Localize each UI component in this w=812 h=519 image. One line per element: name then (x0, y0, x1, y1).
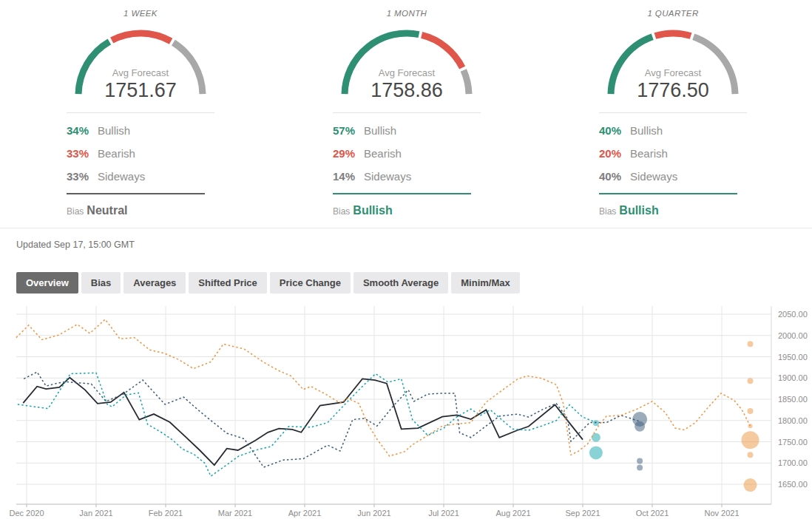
forecast-dot (748, 341, 754, 347)
gauge-1-quarter: Avg Forecast 1776.50 (603, 24, 743, 102)
bearish-pct: 20% (599, 147, 630, 160)
forecast-dot (748, 378, 754, 384)
sideways-row: 14%Sideways (333, 165, 481, 188)
svg-text:1750.00: 1750.00 (778, 438, 808, 447)
svg-text:Jul 2021: Jul 2021 (428, 509, 459, 518)
forecast-dot (589, 446, 603, 459)
bearish-row: 29%Bearish (333, 142, 481, 165)
bullish-row: 34%Bullish (67, 119, 214, 142)
bearish-row: 20%Bearish (599, 142, 747, 165)
svg-text:Apr 2021: Apr 2021 (288, 509, 322, 518)
svg-text:Mar 2021: Mar 2021 (218, 509, 252, 518)
bearish-pct: 33% (67, 147, 98, 160)
svg-text:2000.00: 2000.00 (778, 331, 808, 340)
sideways-row: 33%Sideways (67, 165, 214, 188)
svg-text:Feb 2021: Feb 2021 (149, 509, 183, 518)
forecast-dot (744, 478, 757, 492)
forecast-dot (637, 458, 643, 464)
panel-title: 1 MONTH (333, 9, 481, 18)
svg-text:Jun 2021: Jun 2021 (357, 509, 390, 518)
sideways-label: Sideways (364, 170, 411, 183)
bearish-label: Bearish (364, 147, 402, 160)
bias-underline (67, 193, 205, 194)
tab-smooth-average[interactable]: Smooth Average (353, 272, 448, 294)
sideways-pct: 40% (599, 170, 630, 183)
gauge-1-month: Avg Forecast 1758.86 (336, 24, 477, 102)
series-1-month (24, 372, 640, 467)
forecast-panel-1-week: 1 WEEK Avg Forecast 1751.67 34%Bullish 3… (67, 9, 214, 217)
forecast-chart[interactable]: 2050.002000.001950.001900.001850.001800.… (0, 305, 812, 519)
svg-text:1950.00: 1950.00 (778, 353, 808, 362)
bias-value: Bullish (353, 204, 392, 217)
bearish-row: 33%Bearish (67, 142, 214, 165)
sideways-pct: 33% (67, 170, 98, 183)
svg-text:2050.00: 2050.00 (778, 310, 808, 319)
panel-title: 1 WEEK (67, 9, 214, 18)
forecast-dot (748, 424, 753, 428)
bullish-pct: 34% (67, 124, 98, 137)
forecast-dot (742, 431, 759, 449)
forecast-dot (637, 465, 643, 471)
svg-text:Nov 2021: Nov 2021 (704, 509, 739, 518)
svg-text:Dec 2020: Dec 2020 (9, 509, 44, 518)
bullish-row: 40%Bullish (599, 119, 747, 142)
forecast-panel-1-quarter: 1 QUARTER Avg Forecast 1776.50 40%Bullis… (599, 9, 747, 217)
sideways-pct: 14% (333, 170, 364, 183)
tab-overview[interactable]: Overview (16, 272, 78, 294)
bullish-pct: 40% (599, 124, 630, 137)
section-divider (0, 228, 812, 228)
tab-minim-max[interactable]: Minim/Max (451, 272, 519, 294)
bearish-label: Bearish (630, 147, 668, 160)
sideways-label: Sideways (98, 170, 145, 183)
bearish-pct: 29% (333, 147, 364, 160)
avg-forecast-label: Avg Forecast (70, 67, 211, 78)
avg-forecast-label: Avg Forecast (336, 67, 477, 78)
bias-label: Bias (599, 206, 616, 217)
chart-canvas[interactable]: 2050.002000.001950.001900.001850.001800.… (0, 305, 812, 519)
forecast-panels: 1 WEEK Avg Forecast 1751.67 34%Bullish 3… (0, 0, 812, 217)
updated-timestamp: Updated Sep 17, 15:00 GMT (16, 240, 812, 250)
tab-shifted-price[interactable]: Shifted Price (189, 272, 266, 294)
svg-text:1850.00: 1850.00 (778, 395, 808, 404)
bullish-label: Bullish (630, 124, 663, 137)
bias-underline (333, 193, 471, 194)
svg-text:Aug 2021: Aug 2021 (495, 509, 530, 518)
avg-forecast-value: 1776.50 (603, 79, 743, 102)
series-close-price (23, 378, 583, 465)
bias-label: Bias (333, 206, 350, 217)
bias-value: Bullish (619, 204, 658, 217)
bullish-label: Bullish (98, 124, 130, 137)
tab-bias[interactable]: Bias (81, 272, 121, 294)
bias-underline (599, 193, 737, 194)
forecast-dot (592, 433, 600, 442)
panel-title: 1 QUARTER (599, 9, 747, 18)
sideways-label: Sideways (630, 170, 677, 183)
bullish-row: 57%Bullish (333, 119, 481, 142)
series-3-months (16, 319, 751, 456)
bullish-pct: 57% (333, 124, 364, 137)
chart-tabs: OverviewBiasAveragesShifted PricePrice C… (16, 272, 812, 294)
gauge-1-week: Avg Forecast 1751.67 (70, 24, 211, 102)
tab-price-change[interactable]: Price Change (270, 272, 351, 294)
forecast-panel-1-month: 1 MONTH Avg Forecast 1758.86 57%Bullish … (333, 9, 481, 217)
avg-forecast-value: 1758.86 (336, 79, 477, 102)
bearish-label: Bearish (98, 147, 135, 160)
svg-text:1900.00: 1900.00 (778, 373, 808, 382)
forecast-dot (635, 421, 645, 432)
svg-text:1700.00: 1700.00 (778, 458, 808, 467)
svg-text:1650.00: 1650.00 (778, 480, 808, 489)
avg-forecast-label: Avg Forecast (603, 67, 743, 78)
forecast-dot (748, 452, 754, 458)
svg-text:Jan 2021: Jan 2021 (79, 509, 112, 518)
bias-label: Bias (67, 206, 84, 217)
bullish-label: Bullish (364, 124, 396, 137)
svg-text:Oct 2021: Oct 2021 (636, 509, 669, 518)
bias-value: Neutral (87, 204, 127, 217)
svg-text:1800.00: 1800.00 (778, 416, 808, 425)
svg-text:Sep 2021: Sep 2021 (565, 509, 600, 518)
tab-averages[interactable]: Averages (124, 272, 186, 294)
avg-forecast-value: 1751.67 (70, 79, 211, 102)
sideways-row: 40%Sideways (599, 165, 747, 188)
forecast-dot (748, 408, 754, 414)
